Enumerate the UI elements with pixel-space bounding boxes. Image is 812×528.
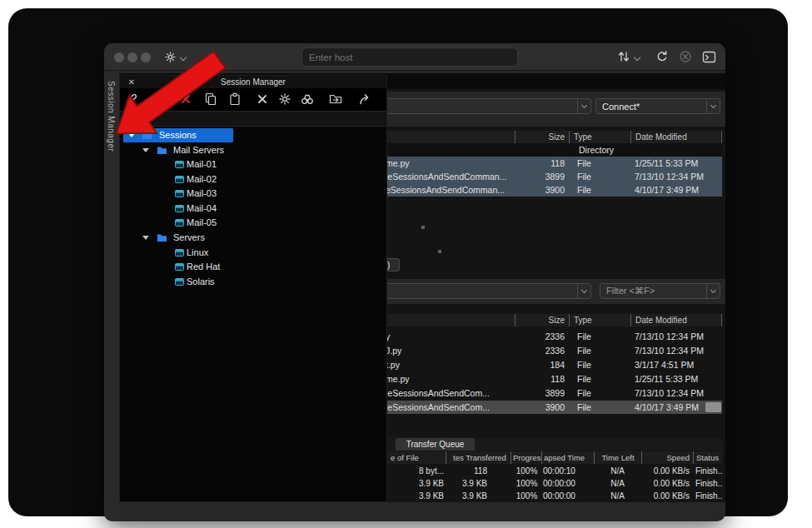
tree-item-mail-05[interactable]: Mail-05 xyxy=(120,216,386,230)
column-header-speed[interactable]: Speed xyxy=(641,451,693,464)
chevron-down-icon xyxy=(710,286,716,292)
disconnect-button[interactable] xyxy=(679,50,693,64)
remote-path-combo[interactable] xyxy=(383,98,591,114)
paste-icon xyxy=(228,92,242,106)
gear-menu-button[interactable] xyxy=(164,51,178,65)
column-header-status[interactable]: Status xyxy=(693,451,722,464)
column-header-size[interactable]: Size xyxy=(515,314,569,326)
connect-session-button[interactable] xyxy=(125,92,138,106)
panel-close-button[interactable]: ✕ xyxy=(127,76,137,88)
tree-item-mail-03[interactable]: Mail-03 xyxy=(120,187,386,201)
terminal-button[interactable] xyxy=(702,50,716,64)
table-row[interactable]: y 2336 File 7/13/10 12:34 PM xyxy=(383,330,722,343)
add-session-button[interactable] xyxy=(154,92,167,106)
tree-item-mail-04[interactable]: Mail-04 xyxy=(120,202,386,216)
chevron-down-icon[interactable] xyxy=(142,148,149,152)
tq-speed-cell: 0.00 KB/s xyxy=(641,477,693,490)
tq-status-cell: Finish... xyxy=(693,477,722,490)
column-header-transferred[interactable]: tes Transferred xyxy=(446,451,511,464)
column-header-type[interactable]: Type xyxy=(569,314,630,326)
remove-session-button[interactable] xyxy=(179,92,192,106)
column-header-date[interactable]: Date Modified xyxy=(630,131,722,143)
paste-button[interactable] xyxy=(228,92,242,106)
find-button[interactable] xyxy=(301,92,314,106)
combo-dropdown-button[interactable] xyxy=(577,284,590,298)
table-row[interactable]: Directory xyxy=(383,143,722,157)
tq-status-cell: Finish... xyxy=(693,465,722,477)
column-header-progress[interactable]: Progress xyxy=(511,451,541,464)
chevron-down-icon xyxy=(634,54,640,61)
file-date-cell: 3/1/17 4:51 PM xyxy=(630,358,722,371)
connect-label: Connect* xyxy=(596,102,640,112)
tree-item-label: Mail-05 xyxy=(187,216,217,230)
delete-button[interactable] xyxy=(256,92,269,106)
transfer-row[interactable]: 8 byt... 118 100% 00:00:10 N/A 0.00 KB/s… xyxy=(387,465,722,477)
zoom-button[interactable] xyxy=(141,52,151,62)
minimize-button[interactable] xyxy=(127,52,137,62)
session-filter-input[interactable] xyxy=(120,111,386,127)
column-header-type[interactable]: Type xyxy=(569,131,630,143)
tree-item-linux[interactable]: Linux xyxy=(120,246,386,260)
connect-combo[interactable]: Connect* xyxy=(595,98,720,114)
tree-item-red-hat[interactable]: Red Hat xyxy=(120,260,386,274)
table-row[interactable]: leSessionsAndSendComman... 3899 File 7/1… xyxy=(383,170,722,183)
local-path-combo[interactable] xyxy=(383,283,591,299)
file-type-cell: File xyxy=(569,157,630,170)
column-header-date[interactable]: Date Modified xyxy=(630,314,722,326)
table-row[interactable]: J.py 2336 File 7/13/10 12:34 PM xyxy=(383,344,722,357)
column-header-name[interactable] xyxy=(383,314,515,326)
column-header-name[interactable] xyxy=(383,131,515,143)
share-button[interactable] xyxy=(358,92,371,106)
table-row[interactable]: t.py 184 File 3/1/17 4:51 PM xyxy=(383,358,722,371)
sort-button[interactable] xyxy=(617,50,631,64)
tree-item-solaris[interactable]: Solaris xyxy=(120,275,386,289)
combo-dropdown-button[interactable] xyxy=(577,99,590,113)
x-icon xyxy=(256,92,269,106)
page: Connect* Size Type Date Modified Directo… xyxy=(0,0,812,528)
copy-button[interactable] xyxy=(204,92,217,106)
file-size-cell: 2336 xyxy=(515,344,569,357)
tree-item-mail-servers[interactable]: Mail Servers xyxy=(120,143,386,157)
column-header-file[interactable]: e of File xyxy=(387,451,446,464)
x-icon xyxy=(179,92,192,106)
transfer-row[interactable]: 3.9 KB 3.9 KB 100% 00:00:00 N/A 0.00 KB/… xyxy=(387,490,722,502)
open-folder-button[interactable] xyxy=(329,92,342,106)
table-row[interactable]: me.py 118 File 1/25/11 5:33 PM xyxy=(383,372,722,386)
combo-dropdown-button[interactable] xyxy=(706,284,720,298)
session-icon xyxy=(175,205,184,212)
properties-button[interactable] xyxy=(278,92,291,106)
file-date-cell: 7/13/10 12:34 PM xyxy=(630,330,722,343)
tree-item-label: Servers xyxy=(173,231,205,245)
file-name-cell: leSessionsAndSendComman... xyxy=(383,170,515,183)
table-row[interactable]: leSessionsAndSendCom... 3899 File 7/13/1… xyxy=(383,386,722,400)
session-manager-vertical-tab[interactable]: Session Manager xyxy=(107,81,116,152)
table-row[interactable]: me.py 118 File 1/25/11 5:33 PM xyxy=(383,157,722,170)
tree-item-mail-02[interactable]: Mail-02 xyxy=(120,172,386,187)
chevron-down-icon[interactable] xyxy=(142,236,149,240)
folder-icon xyxy=(157,233,167,242)
tq-file-cell: 8 byt... xyxy=(387,465,446,477)
splitter-handle[interactable] xyxy=(438,250,441,253)
tree-item-servers[interactable]: Servers xyxy=(120,231,386,245)
file-size-cell: 118 xyxy=(515,157,569,170)
scrollbar-thumb[interactable] xyxy=(705,402,721,412)
file-date-cell: 1/25/11 5:33 PM xyxy=(630,157,722,170)
close-circle-icon xyxy=(679,50,692,63)
transfer-row[interactable]: 3.9 KB 3.9 KB 100% 00:00:00 N/A 0.00 KB/… xyxy=(387,477,722,490)
table-row[interactable]: leSessionsAndSendCom... 3900 File 4/10/1… xyxy=(383,401,722,414)
refresh-button[interactable] xyxy=(655,50,670,64)
column-header-timeleft[interactable]: Time Left xyxy=(594,451,641,464)
chevron-down-icon[interactable] xyxy=(128,133,135,137)
table-row[interactable]: eSessionsAndSendComman... 3900 File 4/10… xyxy=(383,183,722,197)
combo-dropdown-button[interactable] xyxy=(706,99,720,113)
folder-arrow-icon xyxy=(329,92,342,106)
tree-item-mail-01[interactable]: Mail-01 xyxy=(120,157,386,172)
column-header-elapsed[interactable]: apsed Time xyxy=(541,451,594,464)
tab-transfer-queue[interactable]: Transfer Queue xyxy=(396,438,475,451)
splitter-handle[interactable] xyxy=(421,226,425,229)
tree-item-sessions[interactable]: Sessions xyxy=(123,128,233,142)
host-input[interactable] xyxy=(301,47,518,67)
filter-combo[interactable]: Filter <⌘F> xyxy=(600,283,720,299)
column-header-size[interactable]: Size xyxy=(515,131,569,143)
close-button[interactable] xyxy=(114,52,124,62)
